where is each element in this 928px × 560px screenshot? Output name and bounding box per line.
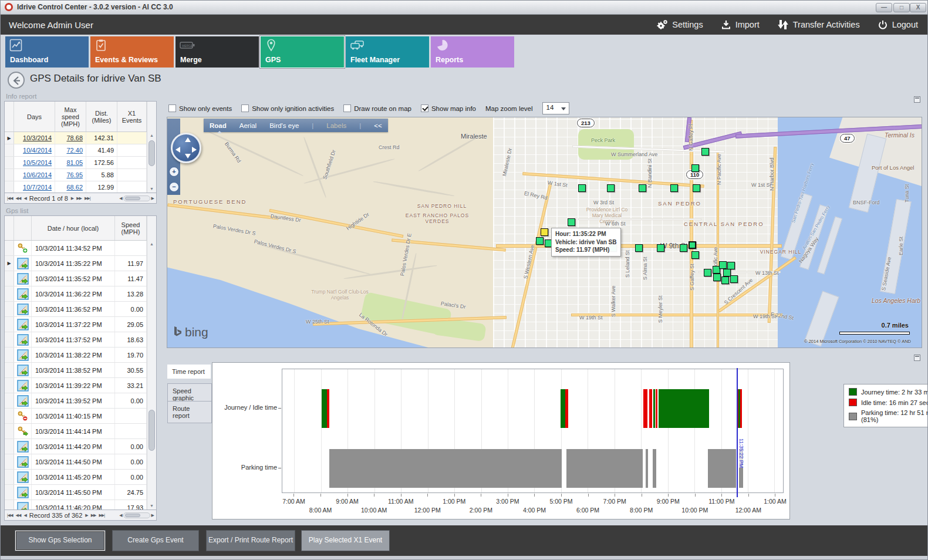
nav-tile-events-reviews[interactable]: Events & Reviews bbox=[90, 36, 174, 68]
scroll-down-icon[interactable]: ▼ bbox=[147, 187, 156, 191]
table-row[interactable]: 10/3/2014 11:39:22 PM33.21 bbox=[5, 378, 156, 393]
pager-next-page-icon[interactable]: ▶▶ bbox=[91, 513, 96, 518]
topbar-action-transfer-activities[interactable]: Transfer Activities bbox=[777, 19, 860, 30]
nav-tile-gps[interactable]: GPS bbox=[261, 36, 344, 68]
gps-marker[interactable] bbox=[639, 184, 646, 192]
checkbox-draw-route-on-map[interactable]: Draw route on map bbox=[343, 104, 411, 112]
table-row[interactable]: 10/3/2014 11:37:52 PM18.63 bbox=[5, 332, 156, 348]
map-style-birdseye[interactable]: Bird's eye bbox=[269, 122, 299, 129]
table-row[interactable]: 10/3/2014 11:45:50 PM24.75 bbox=[5, 485, 156, 500]
minimize-button[interactable]: — bbox=[876, 3, 892, 12]
table-row[interactable]: 10/3/2014 11:37:22 PM29.05 bbox=[5, 317, 156, 332]
day-link[interactable]: 10/5/2014 bbox=[23, 159, 52, 166]
hscrollbar[interactable] bbox=[123, 195, 150, 201]
footer-button-create-gps-event[interactable]: Create Gps Event bbox=[112, 530, 199, 551]
gps-marker[interactable] bbox=[635, 244, 643, 252]
pager-prev-icon[interactable]: ◀ bbox=[23, 196, 26, 201]
table-row[interactable]: 10/3/2014 11:44:14 PM bbox=[5, 424, 156, 439]
footer-button-play-selected-x1-event[interactable]: Play Selected X1 Event bbox=[301, 530, 390, 551]
gps-marker[interactable] bbox=[701, 148, 709, 156]
checkbox-show-only-ignition-activities[interactable]: Show only ignition activities bbox=[241, 104, 334, 112]
map-zoom-level-select[interactable]: 14 bbox=[542, 102, 569, 114]
checkbox-icon[interactable] bbox=[168, 104, 176, 112]
map-style-labels[interactable]: Labels bbox=[326, 122, 346, 129]
topbar-action-logout[interactable]: Logout bbox=[878, 19, 918, 30]
table-row[interactable]: 10/3/2014 11:34:52 PM bbox=[5, 241, 156, 256]
map-pan-compass[interactable] bbox=[171, 133, 201, 163]
table-row[interactable]: 10/3/2014 11:40:15 PM bbox=[5, 409, 156, 424]
pager-last-icon[interactable]: ▶▶| bbox=[85, 196, 90, 201]
maximize-map-panel-button[interactable] bbox=[914, 96, 920, 103]
gps-marker[interactable] bbox=[704, 269, 711, 276]
checkbox-icon[interactable] bbox=[241, 104, 249, 112]
footer-button-show-gps-selection[interactable]: Show Gps Selection bbox=[15, 530, 106, 551]
table-row[interactable]: ▶10/3/2014 11:35:22 PM11.97 bbox=[5, 256, 156, 271]
checkbox-checked-icon[interactable] bbox=[421, 104, 428, 112]
gps-marker[interactable] bbox=[536, 237, 544, 245]
gps-marker[interactable] bbox=[730, 275, 738, 283]
nav-tile-reports[interactable]: Reports bbox=[431, 36, 514, 68]
max-speed-link[interactable]: 76.95 bbox=[66, 171, 83, 178]
gps-marker-selected[interactable] bbox=[541, 228, 548, 236]
pager-next-icon[interactable]: ▶ bbox=[85, 513, 87, 518]
nav-tile-dashboard[interactable]: Dashboard bbox=[5, 36, 89, 68]
scrollbar-thumb[interactable] bbox=[149, 410, 155, 451]
scroll-up-icon[interactable]: ▲ bbox=[147, 133, 156, 137]
map-zoom-out-button[interactable]: − bbox=[169, 182, 179, 192]
scroll-down-icon[interactable]: ▼ bbox=[147, 504, 156, 508]
gps-marker[interactable] bbox=[578, 184, 586, 192]
table-row[interactable]: 10/3/2014 11:38:52 PM30.55 bbox=[5, 363, 156, 378]
tab-route-report[interactable]: Route report bbox=[167, 401, 212, 423]
map-style-aerial[interactable]: Aerial bbox=[239, 122, 257, 129]
checkbox-show-map-info[interactable]: Show map info bbox=[421, 104, 476, 112]
hscroll-right-icon[interactable]: ▶ bbox=[151, 513, 154, 518]
day-link[interactable]: 10/7/2014 bbox=[23, 184, 52, 191]
gps-marker[interactable] bbox=[607, 184, 615, 192]
pager-prev-page-icon[interactable]: ◀◀ bbox=[16, 196, 21, 201]
gps-marker[interactable] bbox=[670, 184, 678, 192]
max-speed-link[interactable]: 78.68 bbox=[66, 134, 83, 141]
topbar-action-import[interactable]: Import bbox=[721, 19, 760, 30]
map-zoom-in-button[interactable]: + bbox=[169, 167, 179, 177]
gps-marker[interactable] bbox=[568, 218, 575, 226]
gps-list-table[interactable]: Date / hour (local)Speed (MPH)10/3/2014 … bbox=[4, 215, 157, 510]
info-report-pager[interactable]: |◀◀ ◀◀ ◀ Record 1 of 8 ▶ ▶▶ ▶▶| ◀▶ bbox=[4, 193, 157, 204]
back-button[interactable] bbox=[8, 72, 25, 89]
bing-map[interactable]: MiralestePeck ParkW Summerland AveCrest … bbox=[167, 117, 922, 348]
gps-marker[interactable] bbox=[689, 241, 696, 249]
pager-first-icon[interactable]: |◀◀ bbox=[7, 513, 13, 518]
pager-next-icon[interactable]: ▶ bbox=[71, 196, 73, 201]
table-row[interactable]: 10/6/201476.955.88 bbox=[5, 169, 156, 181]
gps-marker[interactable] bbox=[721, 276, 729, 284]
gps-list-pager[interactable]: |◀◀ ◀◀ ◀ Record 335 of 362 ▶ ▶▶ ▶▶| ◀▶ bbox=[4, 510, 157, 521]
hscroll-right-icon[interactable]: ▶ bbox=[151, 196, 154, 201]
scroll-up-icon[interactable]: ▲ bbox=[147, 242, 156, 246]
map-style-road[interactable]: Road bbox=[210, 122, 227, 129]
table-row[interactable]: 10/3/2014 11:46:20 PM17.93 bbox=[5, 500, 156, 510]
tab-time-report[interactable]: Time report bbox=[167, 365, 211, 379]
pager-prev-icon[interactable]: ◀ bbox=[23, 513, 26, 518]
close-button[interactable]: X bbox=[910, 3, 926, 12]
nav-tile-fleet-manager[interactable]: Fleet Manager bbox=[346, 36, 429, 68]
table-row[interactable]: 10/3/2014 11:38:22 PM19.70 bbox=[5, 348, 156, 363]
table-row[interactable]: 10/3/2014 11:44:20 PM0.00 bbox=[5, 439, 156, 454]
table-row[interactable]: 10/7/201468.6212.99 bbox=[5, 181, 156, 193]
table-row[interactable]: 10/4/201472.4041.49 bbox=[5, 144, 156, 157]
max-speed-link[interactable]: 68.62 bbox=[66, 184, 83, 191]
vertical-scrollbar[interactable]: ▲▼ bbox=[147, 216, 156, 510]
vertical-scrollbar[interactable]: ▲▼ bbox=[147, 102, 156, 193]
gps-marker[interactable] bbox=[680, 244, 687, 252]
nav-tile-merge[interactable]: MERGEMerge bbox=[176, 36, 259, 68]
gps-marker[interactable] bbox=[691, 164, 699, 172]
table-row[interactable]: 10/3/2014 11:45:20 PM0.00 bbox=[5, 470, 156, 485]
pager-first-icon[interactable]: |◀◀ bbox=[7, 196, 13, 201]
day-link[interactable]: 10/6/2014 bbox=[23, 171, 52, 178]
pager-last-icon[interactable]: ▶▶| bbox=[99, 513, 104, 518]
hscrollbar[interactable] bbox=[123, 512, 150, 518]
pager-next-page-icon[interactable]: ▶▶ bbox=[76, 196, 82, 201]
table-row[interactable]: 10/3/2014 11:35:52 PM11.47 bbox=[5, 271, 156, 286]
footer-button-export-print-route-report[interactable]: Export / Print Route Report bbox=[206, 530, 295, 551]
checkbox-show-only-events[interactable]: Show only events bbox=[168, 104, 232, 112]
map-bar-collapse-icon[interactable]: << bbox=[374, 122, 382, 129]
hscroll-left-icon[interactable]: ◀ bbox=[119, 513, 122, 518]
